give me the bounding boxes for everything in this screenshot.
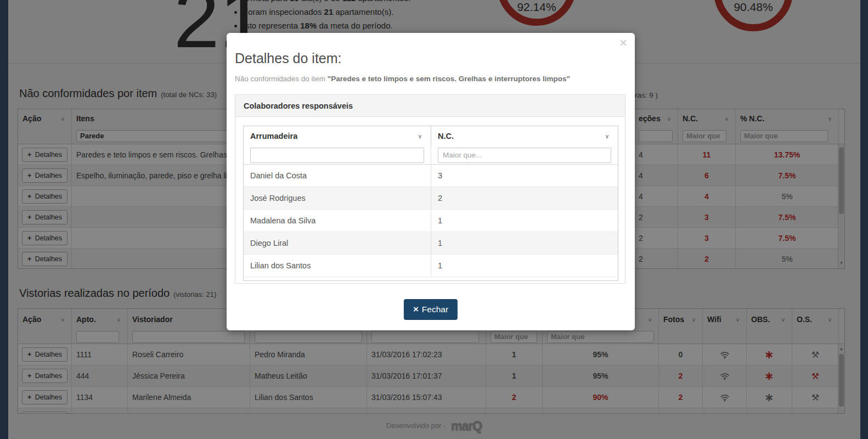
chevron-down-icon: ∨ [416, 133, 424, 139]
close-x-icon: × [413, 304, 419, 314]
collaborator-nc-cell: 2 [431, 187, 618, 209]
table-row: José Rodrigues2 [244, 187, 618, 210]
collaborators-grid-header: Arrumadeira∨N.C.∨ [244, 126, 618, 146]
modal-title: Detalhes do item: [235, 50, 342, 66]
collaborator-nc-cell: 1 [431, 255, 618, 277]
panel-title: Colaboradores responsáveis [235, 95, 625, 117]
column-label: Arrumadeira [250, 132, 297, 140]
column-header-n-c-[interactable]: N.C.∨ [431, 126, 618, 146]
fechar-button[interactable]: ×Fechar [404, 299, 458, 320]
collaborator-name-cell: Daniel da Costa [244, 165, 431, 187]
close-icon[interactable]: × [619, 35, 627, 50]
collaborator-name-cell: José Rodrigues [244, 187, 431, 209]
column-label: N.C. [438, 132, 454, 140]
table-row: Daniel da Costa3 [244, 165, 618, 187]
name-filter-cell [244, 146, 431, 164]
dashboard-page: 21 A meta para 10 dia(s) é de 112 aparta… [0, 0, 868, 439]
nc-filter-input[interactable] [438, 148, 611, 163]
collaborators-panel: Colaboradores responsáveis Arrumadeira∨N… [235, 94, 625, 284]
collaborator-nc-cell: 1 [431, 232, 618, 254]
fechar-label: Fechar [422, 305, 448, 314]
table-row: Madalena da Silva1 [244, 210, 618, 232]
modal-subtitle: Não conformidades do item "Paredes e tet… [235, 75, 624, 83]
collaborators-grid-body: Daniel da Costa3José Rodrigues2Madalena … [244, 165, 618, 277]
collaborator-name-cell: Lilian dos Santos [244, 255, 431, 277]
name-filter-input[interactable] [250, 148, 424, 163]
column-header-arrumadeira[interactable]: Arrumadeira∨ [244, 126, 431, 146]
nc-filter-cell [431, 146, 618, 164]
collaborators-grid: Arrumadeira∨N.C.∨ Daniel da Costa3José R… [243, 126, 618, 281]
chevron-down-icon: ∨ [603, 133, 611, 139]
collaborator-nc-cell: 1 [431, 210, 618, 232]
collaborator-name-cell: Madalena da Silva [244, 210, 431, 232]
collaborator-name-cell: Diego Liral [244, 232, 431, 254]
collaborator-nc-cell: 3 [431, 165, 618, 187]
item-details-modal: × Detalhes do item: Não conformidades do… [227, 33, 635, 330]
table-row: Diego Liral1 [244, 232, 618, 255]
table-row: Lilian dos Santos1 [244, 255, 618, 277]
collaborators-filter-row [244, 146, 618, 165]
grid-filler [244, 277, 618, 280]
